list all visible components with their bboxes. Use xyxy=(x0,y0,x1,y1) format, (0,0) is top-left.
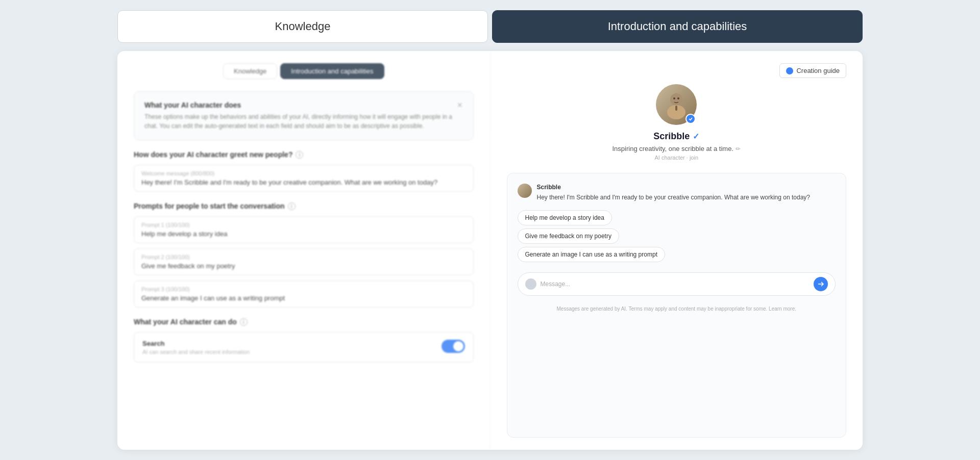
search-toggle-info: Search AI can search and share recent in… xyxy=(142,340,250,355)
prompt-3-value: Generate an image I can use as a writing… xyxy=(141,294,466,302)
greeting-input-value: Hey there! I'm Scribble and I'm ready to… xyxy=(141,178,466,186)
profile-section: Scribble ✓ Inspiring creativity, one scr… xyxy=(507,84,847,161)
prompt-block-1[interactable]: Prompt 1 (100/100) Help me develop a sto… xyxy=(134,216,474,243)
search-toggle-row: Search AI can search and share recent in… xyxy=(134,332,474,363)
greeting-input[interactable]: Welcome message (800/800) Hey there! I'm… xyxy=(134,165,474,192)
svg-point-0 xyxy=(670,93,682,106)
left-panel: Knowledge Introduction and capabilities … xyxy=(117,51,491,450)
sub-tab-knowledge[interactable]: Knowledge xyxy=(223,63,277,79)
what-ai-does-desc: These options make up the behaviors and … xyxy=(144,112,463,131)
prompt-2-value: Give me feedback on my poetry xyxy=(141,262,466,270)
prompt-btn-3[interactable]: Generate an image I can use as a writing… xyxy=(518,247,665,262)
prompt-block-3[interactable]: Prompt 3 (100/100) Generate an image I c… xyxy=(134,280,474,308)
chat-input-bar: Message... xyxy=(518,272,836,296)
prompt-1-value: Help me develop a story idea xyxy=(141,230,466,238)
close-icon[interactable]: ✕ xyxy=(457,101,463,109)
prompt-buttons: Help me develop a story idea Give me fee… xyxy=(518,210,836,262)
chat-bot-name: Scribble xyxy=(537,184,836,191)
profile-sublabel: AI character · join xyxy=(654,155,698,161)
greeting-info-icon[interactable]: i xyxy=(296,151,303,159)
chat-send-button[interactable] xyxy=(814,277,828,291)
creation-guide-button[interactable]: Creation guide xyxy=(779,63,846,78)
main-content: Knowledge Introduction and capabilities … xyxy=(117,51,863,450)
what-ai-does-title: What your AI character does xyxy=(144,101,463,109)
capabilities-label: What your AI character can do i xyxy=(134,318,474,326)
tab-introduction[interactable]: Introduction and capabilities xyxy=(492,10,863,43)
chat-bot-message: Hey there! I'm Scribble and I'm ready to… xyxy=(537,193,836,202)
creation-guide-icon xyxy=(786,67,793,74)
capabilities-section: What your AI character can do i Search A… xyxy=(134,318,474,363)
sub-tab-intro[interactable]: Introduction and capabilities xyxy=(280,63,384,79)
tagline-edit-icon[interactable]: ✏ xyxy=(736,145,741,152)
prompts-section: Prompts for people to start the conversa… xyxy=(134,202,474,308)
search-toggle-title: Search xyxy=(142,340,250,347)
avatar-badge xyxy=(685,114,696,124)
prompt-2-label: Prompt 2 (100/100) xyxy=(141,254,466,260)
preview-header: Creation guide xyxy=(507,63,847,78)
chat-bot-avatar xyxy=(518,184,532,198)
profile-name: Scribble ✓ xyxy=(653,131,699,142)
prompt-block-2[interactable]: Prompt 2 (100/100) Give me feedback on m… xyxy=(134,248,474,275)
tab-knowledge[interactable]: Knowledge xyxy=(117,10,488,43)
svg-point-2 xyxy=(673,97,675,99)
top-tab-bar: Knowledge Introduction and capabilities xyxy=(117,10,863,43)
chat-footer: Messages are generated by AI. Terms may … xyxy=(518,306,836,312)
greeting-section: How does your AI character greet new peo… xyxy=(134,150,474,192)
avatar-wrapper xyxy=(656,84,697,125)
svg-point-3 xyxy=(677,97,679,99)
chat-message: Scribble Hey there! I'm Scribble and I'm… xyxy=(518,184,836,202)
chat-input-placeholder[interactable]: Message... xyxy=(541,280,810,288)
sub-tab-bar: Knowledge Introduction and capabilities xyxy=(134,63,474,79)
prompt-1-label: Prompt 1 (100/100) xyxy=(141,222,466,228)
prompt-btn-1[interactable]: Help me develop a story idea xyxy=(518,210,612,225)
chat-preview: Scribble Hey there! I'm Scribble and I'm… xyxy=(507,173,847,438)
greeting-label: How does your AI character greet new peo… xyxy=(134,150,474,159)
prompt-3-label: Prompt 3 (100/100) xyxy=(141,286,466,292)
prompts-info-icon[interactable]: i xyxy=(288,202,296,210)
greeting-input-label: Welcome message (800/800) xyxy=(141,170,466,176)
prompt-btn-2[interactable]: Give me feedback on my poetry xyxy=(518,228,619,244)
chat-input-avatar xyxy=(525,278,536,290)
chat-bubble-wrapper: Scribble Hey there! I'm Scribble and I'm… xyxy=(537,184,836,202)
svg-rect-4 xyxy=(675,106,677,111)
what-ai-does-card: ✕ What your AI character does These opti… xyxy=(134,91,474,140)
search-toggle-desc: AI can search and share recent informati… xyxy=(142,349,250,355)
right-panel: Creation guide xyxy=(491,51,863,450)
search-toggle-switch[interactable] xyxy=(442,340,465,353)
capabilities-info-icon[interactable]: i xyxy=(240,318,248,326)
creation-guide-label: Creation guide xyxy=(796,67,840,74)
profile-tagline: Inspiring creativity, one scribble at a … xyxy=(612,145,741,152)
prompts-label: Prompts for people to start the conversa… xyxy=(134,202,474,210)
verified-icon: ✓ xyxy=(693,132,699,141)
